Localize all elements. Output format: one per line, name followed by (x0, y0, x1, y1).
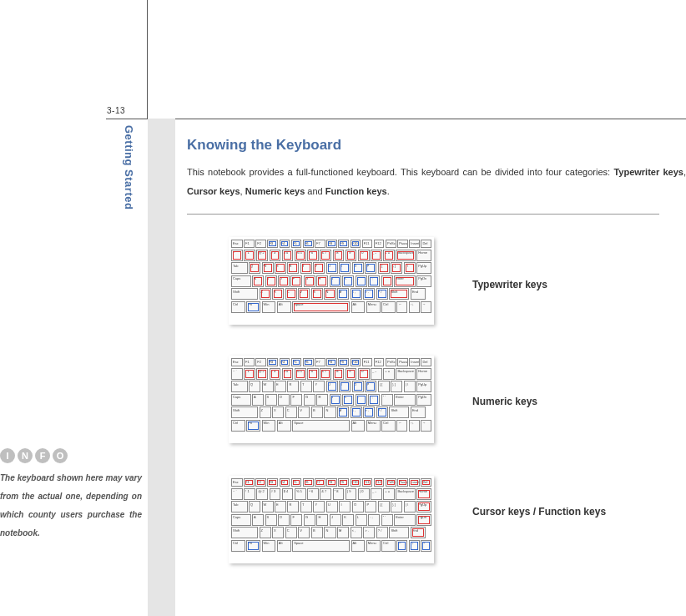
body-sep-4: . (387, 186, 390, 196)
page-heading: Knowing the Keyboard (187, 137, 341, 154)
section-title-vertical: Getting Started (123, 125, 135, 210)
sidebar-gray-column (148, 119, 175, 616)
body-bold-3: Numeric keys (245, 186, 305, 196)
body-bold-1: Typewriter keys (613, 167, 683, 177)
keyboard-label-numeric: Numeric keys (472, 392, 537, 412)
info-icon-i: I (0, 448, 15, 463)
body-bold-2: Cursor keys (187, 186, 240, 196)
keyboard-illustration-numeric: EscF1F2F3F4F5F6F7F8F9F10F11F12PrtScrPaus… (229, 356, 434, 443)
info-note: The keyboard shown here may vary from th… (0, 469, 142, 543)
keyboard-illustration-typewriter: EscF1F2F3F4F5F6F7F8F9F10F11F12PrtScrPaus… (229, 237, 434, 325)
info-icon-f: F (35, 448, 50, 463)
info-badge-row: I N F O (0, 448, 68, 463)
page-rule-vertical (147, 0, 148, 119)
body-pre: This notebook provides a full-functioned… (187, 167, 613, 177)
keyboard-label-typewriter: Typewriter keys (472, 275, 547, 295)
page-number: 3-13 (107, 106, 125, 115)
keyboard-illustration-cursor-fn: EscF1F2F3F4F5F6F7F8F9F10F11F12PrtScrPaus… (229, 476, 434, 563)
body-paragraph: This notebook provides a full-functioned… (187, 163, 686, 201)
body-bold-4: Function keys (325, 186, 387, 196)
info-icon-o: O (53, 448, 68, 463)
keyboard-label-cursor-fn: Cursor keys / Function keys (472, 502, 606, 522)
body-sep-3: and (305, 186, 325, 196)
page-rule-horizontal (106, 119, 686, 119)
content-divider (187, 214, 659, 215)
info-icon-n: N (18, 448, 33, 463)
